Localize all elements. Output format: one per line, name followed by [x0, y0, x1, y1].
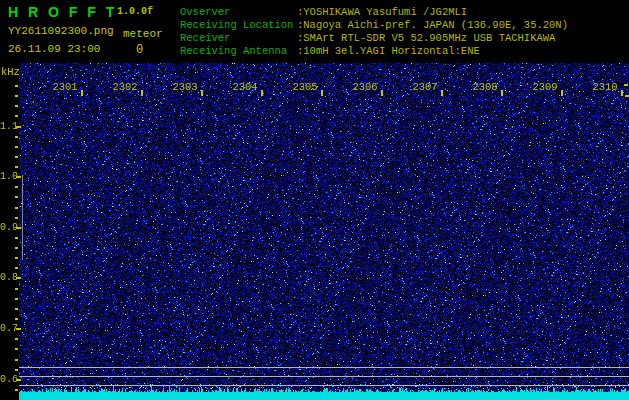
station-info-label: Receiving Location: [180, 19, 297, 32]
y-axis-minor-tick: [15, 207, 18, 209]
x-axis-tick-label: 2303: [172, 81, 197, 93]
y-axis-minor-tick: [15, 288, 18, 290]
y-axis-minor-tick: [15, 186, 18, 188]
mode-label: meteor: [123, 28, 163, 40]
station-info-value: :SMArt RTL-SDR V5 52.905MHz USB TACHIKAW…: [297, 32, 555, 45]
edge-tick-mark: [625, 95, 629, 97]
station-info-row: Receiving Antenna:10mH 3el.YAGI Horizont…: [180, 45, 629, 58]
y-axis-tick-label: 0.8: [0, 272, 16, 284]
x-axis-tick: [501, 90, 503, 96]
x-axis-tick: [81, 90, 83, 96]
y-axis-tick-label: 0.7: [0, 323, 16, 335]
y-axis-minor-tick: [15, 166, 18, 168]
y-axis-tick-label: 1.0: [0, 171, 16, 183]
y-axis-minor-tick: [15, 156, 18, 158]
y-axis-minor-tick: [15, 105, 18, 107]
y-axis-major-tick: [16, 379, 21, 381]
x-axis-tick: [441, 90, 443, 96]
y-axis-minor-tick: [15, 308, 18, 310]
y-axis-minor-tick: [15, 267, 18, 269]
y-axis-minor-tick: [15, 348, 18, 350]
station-info-label: Receiving Antenna: [180, 45, 297, 58]
x-axis-tick-label: 2304: [232, 81, 257, 93]
station-info-row: Receiving Location:Nagoya Aichi-pref. JA…: [180, 19, 629, 32]
station-info-value: :YOSHIKAWA Yasufumi /JG2MLI: [297, 6, 467, 19]
y-axis-minor-tick: [15, 369, 18, 371]
station-info-value: :Nagoya Aichi-pref. JAPAN (136.90E, 35.2…: [297, 19, 568, 32]
x-axis-tick: [141, 90, 143, 96]
y-axis-minor-tick: [15, 237, 18, 239]
hrofft-screen: H R O F F T 1.0.0f YY2611092300.png mete…: [0, 0, 629, 400]
y-axis-minor-tick: [15, 136, 18, 138]
station-info-label: Ovserver: [180, 6, 297, 19]
y-axis-tick-label: 0.9: [0, 222, 16, 234]
y-axis-minor-tick: [15, 389, 18, 391]
y-axis-minor-tick: [15, 95, 18, 97]
x-axis-tick-label: 2305: [292, 81, 317, 93]
x-axis-tick-label: 2308: [472, 81, 497, 93]
x-axis-tick-label: 2302: [112, 81, 137, 93]
station-info-block: Ovserver:YOSHIKAWA Yasufumi /JG2MLIRecei…: [180, 6, 629, 58]
y-axis-minor-tick: [15, 257, 18, 259]
y-axis-minor-tick: [15, 298, 18, 300]
y-axis-major-tick: [16, 126, 21, 128]
x-axis-tick-label: 2309: [532, 81, 557, 93]
app-title: H R O F F T: [8, 4, 117, 20]
y-axis-minor-tick: [15, 115, 18, 117]
y-axis-minor-tick: [15, 318, 18, 320]
y-axis-minor-tick: [15, 146, 18, 148]
station-info-row: Receiver:SMArt RTL-SDR V5 52.905MHz USB …: [180, 32, 629, 45]
y-axis-minor-tick: [15, 85, 18, 87]
y-axis-major-tick: [16, 328, 21, 330]
x-axis-tick-label: 2310: [592, 81, 617, 93]
y-axis-tick-label: 0.6: [0, 374, 16, 386]
datetime-label: 26.11.09 23:00: [8, 43, 100, 55]
x-axis-tick: [381, 90, 383, 96]
y-axis-major-tick: [16, 176, 21, 178]
y-axis-minor-tick: [15, 247, 18, 249]
y-axis-major-tick: [16, 227, 21, 229]
x-axis-tick: [561, 90, 563, 96]
x-axis-tick-label: 2306: [352, 81, 377, 93]
station-info-value: :10mH 3el.YAGI Horizontal:ENE: [297, 45, 480, 58]
edge-tick-mark: [624, 84, 628, 86]
y-axis-minor-tick: [15, 196, 18, 198]
y-axis-minor-tick: [15, 338, 18, 340]
y-axis-unit-label: kHz: [1, 66, 20, 78]
x-axis-tick: [621, 90, 623, 96]
meteor-count: 0: [136, 43, 143, 57]
y-axis-minor-tick: [15, 359, 18, 361]
x-axis-tick: [201, 90, 203, 96]
station-info-label: Receiver: [180, 32, 297, 45]
spectrogram-canvas: [19, 63, 629, 400]
app-version: 1.0.0f: [117, 6, 153, 17]
x-axis-tick-label: 2301: [52, 81, 77, 93]
x-axis-tick: [321, 90, 323, 96]
y-axis-major-tick: [16, 277, 21, 279]
x-axis-tick: [261, 90, 263, 96]
output-filename: YY2611092300.png: [8, 25, 114, 37]
station-info-row: Ovserver:YOSHIKAWA Yasufumi /JG2MLI: [180, 6, 629, 19]
y-axis-tick-label: 1.1: [0, 121, 16, 133]
x-axis-tick-label: 2307: [412, 81, 437, 93]
y-axis-minor-tick: [15, 217, 18, 219]
